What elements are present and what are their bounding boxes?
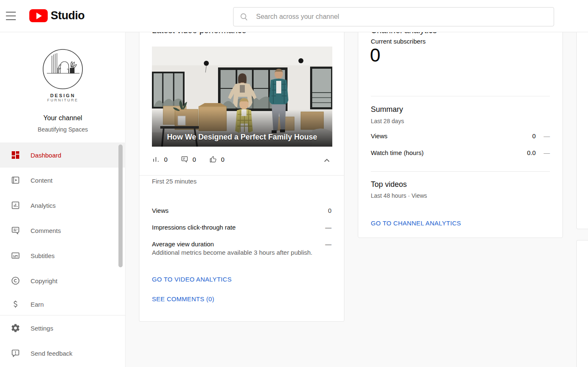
- sidebar-scrollbar[interactable]: [118, 145, 123, 267]
- copyright-icon: [10, 276, 21, 286]
- metric-value: 0: [328, 207, 331, 214]
- video-thumbnail[interactable]: How We Designed a Perfect Family House: [152, 47, 332, 147]
- sidebar-item-label: Subtitles: [31, 252, 55, 259]
- thumbnail-scene: [152, 47, 332, 147]
- metric-label: Views: [152, 207, 169, 214]
- subtitles-icon: [10, 251, 21, 261]
- current-subscribers-value: 0: [370, 44, 380, 66]
- summary-row-trend: —: [536, 149, 550, 156]
- your-channel-label: Your channel: [0, 114, 126, 122]
- sidebar-item-content[interactable]: Content: [0, 168, 126, 193]
- divider: [371, 96, 550, 96]
- likes-count: 0: [221, 156, 224, 163]
- settings-icon: [10, 323, 21, 333]
- feedback-icon: [10, 348, 21, 358]
- sidebar-item-settings[interactable]: Settings: [0, 315, 126, 341]
- sidebar-item-label: Content: [31, 177, 53, 184]
- metric-row: Impressions click-through rate —: [152, 224, 331, 231]
- thumbs-up-icon: [209, 155, 217, 163]
- channel-analytics-card: Channel analytics Current subscribers 0 …: [358, 24, 563, 238]
- divider: [371, 171, 550, 172]
- video-stats-row: 0 0 0: [152, 155, 332, 167]
- sidebar-item-label: Comments: [31, 227, 61, 234]
- sidebar-item-label: Settings: [31, 325, 53, 332]
- channel-avatar[interactable]: DESIGN FURNITURE: [0, 47, 126, 102]
- avatar-text-line2: FURNITURE: [0, 98, 126, 102]
- summary-row-value: 0: [532, 132, 536, 140]
- go-to-channel-analytics-link[interactable]: GO TO CHANNEL ANALYTICS: [371, 220, 461, 227]
- youtube-studio-logo[interactable]: Studio: [29, 9, 85, 22]
- comments-count: 0: [193, 156, 196, 163]
- metrics-availability-note: Additional metrics become available 3 ho…: [152, 249, 313, 256]
- period-label: First 25 minutes: [152, 178, 197, 185]
- metric-label: Impressions click-through rate: [152, 224, 236, 231]
- youtube-play-icon: [29, 9, 48, 22]
- sidebar-item-label: Analytics: [31, 202, 56, 209]
- summary-row: Watch time (hours) 0.0 —: [371, 149, 550, 156]
- sidebar-item-dashboard[interactable]: Dashboard: [0, 142, 126, 168]
- divider: [139, 175, 344, 176]
- top-header: Studio: [0, 0, 588, 32]
- collapse-panel-button[interactable]: [322, 156, 331, 167]
- search-input[interactable]: [256, 13, 548, 21]
- sidebar-item-label: Earn: [31, 301, 44, 308]
- summary-row-value: 0.0: [527, 149, 536, 156]
- likes-stat: 0: [209, 155, 224, 163]
- summary-subtitle: Last 28 days: [371, 118, 404, 124]
- metric-row: Views 0: [152, 207, 331, 214]
- comment-icon: [180, 155, 189, 163]
- partial-card-right-bottom: [576, 240, 588, 367]
- go-to-video-analytics-link[interactable]: GO TO VIDEO ANALYTICS: [152, 276, 232, 283]
- sidebar-item-subtitles[interactable]: Subtitles: [0, 243, 126, 268]
- comments-icon: [10, 225, 21, 235]
- sidebar-item-copyright[interactable]: Copyright: [0, 268, 126, 293]
- sidebar-nav: Dashboard Content Analytics Comments Sub…: [0, 142, 126, 366]
- current-subscribers-label: Current subscribers: [371, 38, 426, 45]
- see-comments-link[interactable]: SEE COMMENTS (0): [152, 295, 214, 302]
- search-icon: [239, 12, 249, 21]
- channel-avatar-logo: [41, 47, 85, 91]
- chevron-up-icon: [322, 156, 331, 165]
- dashboard-icon: [10, 150, 21, 160]
- metric-label: Average view duration: [152, 240, 214, 248]
- video-title-overlay: How We Designed a Perfect Family House: [152, 133, 332, 142]
- earn-icon: [10, 299, 21, 309]
- channel-search-box[interactable]: [233, 7, 554, 26]
- menu-hamburger-icon[interactable]: [6, 12, 16, 20]
- sidebar-item-comments[interactable]: Comments: [0, 218, 126, 243]
- analytics-icon: [10, 200, 21, 210]
- summary-row-label: Views: [371, 132, 532, 140]
- sidebar-item-earn[interactable]: Earn: [0, 293, 126, 315]
- summary-title: Summary: [371, 105, 403, 114]
- metric-value: —: [325, 224, 331, 231]
- views-count: 0: [164, 156, 167, 163]
- sidebar-item-analytics[interactable]: Analytics: [0, 193, 126, 218]
- avatar-text-line1: DESIGN: [0, 93, 126, 98]
- top-videos-title: Top videos: [371, 180, 407, 189]
- latest-video-performance-card: Latest video performance: [139, 24, 344, 322]
- sidebar-item-label: Dashboard: [31, 152, 61, 159]
- sidebar-item-label: Copyright: [31, 277, 57, 284]
- top-videos-subtitle: Last 48 hours · Views: [371, 192, 427, 199]
- partial-card-right-top: [576, 24, 588, 229]
- logo-text: Studio: [51, 9, 85, 22]
- summary-row: Views 0 —: [371, 132, 550, 140]
- channel-name: Beautifying Spaces: [0, 126, 126, 133]
- summary-row-label: Watch time (hours): [371, 149, 527, 156]
- metric-value: —: [325, 240, 331, 248]
- content-icon: [10, 175, 21, 185]
- summary-row-trend: —: [536, 132, 550, 140]
- comments-stat: 0: [180, 155, 196, 163]
- sidebar: DESIGN FURNITURE Your channel Beautifyin…: [0, 32, 126, 367]
- views-bar-chart-icon: [152, 155, 160, 163]
- views-stat: 0: [152, 155, 167, 163]
- sidebar-item-send-feedback[interactable]: Send feedback: [0, 341, 126, 366]
- metric-row: Average view duration —: [152, 240, 331, 248]
- sidebar-item-label: Send feedback: [31, 350, 72, 357]
